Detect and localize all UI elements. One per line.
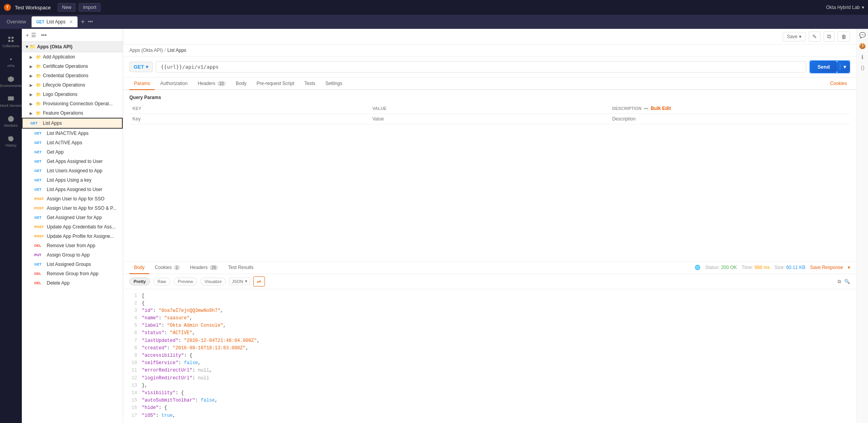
tab-prerequest[interactable]: Pre-request Script	[252, 78, 299, 90]
tree-item-add-app[interactable]: ▶ 📁 Add Application	[22, 52, 123, 62]
sidebar-item-monitors[interactable]: Monitors	[0, 112, 22, 131]
tab-params[interactable]: Params	[129, 78, 155, 90]
sidebar-item-environments[interactable]: Environments	[0, 73, 22, 91]
send-dropdown-button[interactable]: ▾	[837, 61, 849, 73]
comment-icon[interactable]: 💬	[859, 32, 866, 38]
method-label: GET	[134, 64, 144, 70]
sidebar-item-history[interactable]: History	[0, 132, 22, 150]
tree-item-assign-group[interactable]: PUT Assign Group to App	[22, 250, 123, 260]
trash-icon[interactable]: 🗑	[838, 32, 850, 42]
wrap-icon[interactable]: ⇌	[253, 276, 265, 287]
sidebar-item-apis[interactable]: APIs	[0, 53, 22, 71]
resp-tab-body[interactable]: Body	[129, 262, 149, 274]
code-line-14: 14 "visibility": {	[129, 389, 850, 397]
tree-item-list-active[interactable]: GET List AcTiVE Apps	[22, 138, 123, 147]
breadcrumb-parent[interactable]: Apps (Okta API)	[129, 48, 163, 53]
tab-headers[interactable]: Headers 10	[193, 78, 230, 90]
tab-tests[interactable]: Tests	[300, 78, 320, 90]
tree-item-remove-user[interactable]: DEL Remove User from App	[22, 241, 123, 250]
tab-authorization[interactable]: Authorization	[155, 78, 192, 90]
request-method-badge: GET	[34, 169, 45, 173]
tree-item-assign-user-sso[interactable]: POST Assign User to App for SSO	[22, 194, 123, 204]
response-time: 988 ms	[755, 265, 770, 270]
tab-overview[interactable]: Overview	[2, 16, 31, 27]
top-action-bar: Save ▾ ✎ ⧉ 🗑	[123, 29, 856, 44]
tree-item-prov-ops[interactable]: ▶ 📁 Provisioning Connection Operat...	[22, 99, 123, 108]
new-button[interactable]: New	[58, 3, 76, 12]
resp-tab-cookies[interactable]: Cookies 1	[150, 262, 184, 274]
method-selector[interactable]: GET ▾	[129, 62, 153, 72]
tree-item-get-assigned-user[interactable]: GET Get Assigned User for App	[22, 213, 123, 222]
save-response-arrow-icon[interactable]: ▾	[848, 265, 850, 270]
sidebar-item-collections[interactable]: Collections	[0, 33, 22, 51]
folder-arrow-icon: ▶	[30, 102, 34, 106]
tree-item-list-apps-key[interactable]: GET List Apps Using a key	[22, 175, 123, 185]
url-input[interactable]	[156, 61, 806, 73]
cookies-sidebar-icon[interactable]: 🍪	[859, 43, 866, 49]
bulk-edit-button[interactable]: Bulk Edit	[651, 106, 671, 111]
tab-close-icon[interactable]: ✕	[69, 19, 73, 25]
copy-icon[interactable]: ⧉	[824, 31, 834, 42]
tree-item-get-app[interactable]: GET Get App	[22, 147, 123, 157]
tree-item-get-apps-user[interactable]: GET Get Apps Assigned to User	[22, 157, 123, 166]
import-button[interactable]: Import	[79, 3, 101, 12]
tab-body[interactable]: Body	[231, 78, 251, 90]
tree-item-remove-group[interactable]: DEL Remove Group from App	[22, 269, 123, 278]
edit-icon[interactable]: ✎	[809, 32, 820, 42]
fmt-preview[interactable]: Preview	[173, 278, 197, 285]
tree-item-assign-user-sso-p[interactable]: POST Assign User to App for SSO & P...	[22, 204, 123, 213]
sort-collections-icon[interactable]: ☰	[31, 32, 36, 38]
more-tabs-icon[interactable]: •••	[88, 19, 93, 25]
tree-item-list-assigned-groups[interactable]: GET List Assigned Groups	[22, 260, 123, 269]
collection-root[interactable]: ▾ 📁 Apps (Okta API)	[22, 42, 123, 52]
key-input[interactable]	[132, 116, 366, 122]
send-button[interactable]: Send	[810, 61, 837, 73]
col-more-icon[interactable]: •••	[644, 106, 649, 111]
resp-tab-headers[interactable]: Headers 25	[185, 262, 223, 274]
tree-item-update-cred[interactable]: POST Update App Credentials for Ass...	[22, 222, 123, 232]
tree-item-update-profile[interactable]: POST Update App Profile for Assigne...	[22, 232, 123, 241]
request-label: Assign Group to App	[47, 252, 120, 258]
tree-item-delete-app[interactable]: DEL Delete App	[22, 278, 123, 288]
tree-item-lifecycle-ops[interactable]: ▶ 📁 Lifecycle Operations	[22, 80, 123, 90]
tree-item-list-apps[interactable]: GET List Apps	[22, 118, 123, 129]
save-response-button[interactable]: Save Response	[810, 265, 843, 270]
tree-item-list-users-app[interactable]: GET List Users Assigned to App	[22, 166, 123, 175]
new-tab-button[interactable]: +	[78, 18, 87, 26]
line-number: 16	[129, 404, 137, 412]
tree-item-list-apps-user[interactable]: GET List Apps Assigned to User	[22, 185, 123, 194]
format-bar: Pretty Raw Preview Visualize JSON ▾ ⇌ ⧉ …	[123, 274, 856, 289]
search-response-icon[interactable]: 🔍	[844, 279, 850, 284]
request-method-badge: POST	[34, 225, 45, 229]
cookies-link[interactable]: Cookies	[830, 81, 850, 86]
add-collection-icon[interactable]: +	[26, 32, 29, 38]
folder-label: Add Application	[43, 54, 120, 60]
description-input[interactable]	[612, 116, 847, 122]
tree-item-cred-ops[interactable]: ▶ 📁 Credential Operations	[22, 71, 123, 80]
sidebar-item-mock-servers[interactable]: Mock Servers	[0, 92, 22, 111]
save-button[interactable]: Save ▾	[783, 32, 806, 41]
tab-list-apps[interactable]: GET List Apps ✕	[32, 16, 78, 27]
tree-item-list-inactive[interactable]: GET List INACTIVE Apps	[22, 129, 123, 138]
request-method-badge: POST	[34, 234, 45, 238]
tree-item-feature-ops[interactable]: ▶ 📁 Feature Operations	[22, 108, 123, 118]
tree-item-logo-ops[interactable]: ▶ 📁 Logo Operations	[22, 90, 123, 99]
tab-settings[interactable]: Settings	[321, 78, 347, 90]
fmt-pretty[interactable]: Pretty	[129, 278, 150, 285]
line-content: "hide": {	[142, 404, 850, 412]
copy-response-icon[interactable]: ⧉	[838, 279, 841, 284]
value-input[interactable]	[372, 116, 606, 122]
resp-tab-testresults[interactable]: Test Results	[223, 262, 258, 274]
code-line-17: 17 "iOS": true,	[129, 412, 850, 419]
fmt-visualize[interactable]: Visualize	[200, 278, 226, 285]
expand-icon[interactable]: ⟨⟩	[861, 65, 864, 71]
environment-selector[interactable]: Okta Hybrid Lab ▾	[826, 5, 864, 10]
save-dropdown-icon[interactable]: ▾	[799, 34, 801, 39]
fmt-raw[interactable]: Raw	[153, 278, 170, 285]
format-selector[interactable]: JSON ▾	[229, 278, 250, 285]
line-number: 4	[129, 315, 137, 322]
info-icon[interactable]: ℹ	[861, 54, 863, 60]
line-number: 17	[129, 412, 137, 419]
tree-item-cert-ops[interactable]: ▶ 📁 Certificate Operations	[22, 62, 123, 71]
more-options-icon[interactable]: •••	[41, 32, 47, 38]
